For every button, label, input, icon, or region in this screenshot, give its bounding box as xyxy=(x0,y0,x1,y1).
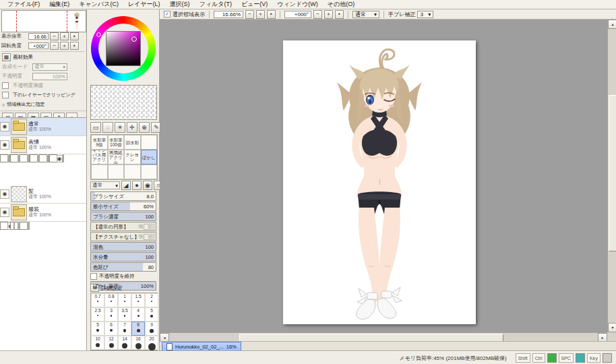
brush-tip-soft-button[interactable]: ● xyxy=(132,181,142,190)
layer-row[interactable]: ◉ 服装 通常 100% xyxy=(0,204,86,222)
scroll-up-icon[interactable]: ▴ xyxy=(608,20,616,29)
brush-size-preset[interactable]: 8 xyxy=(131,322,145,336)
selection-source-row[interactable]: ○ 領域検出元に指定 xyxy=(0,100,86,109)
visibility-toggle[interactable]: ◉ xyxy=(0,140,9,150)
drawing-canvas[interactable] xyxy=(283,40,476,324)
magic-wand-tool[interactable]: ✳ xyxy=(115,122,125,133)
preserve-opacity-row[interactable]: 不透明度保護 xyxy=(0,81,86,90)
menu-edit[interactable]: 編集(E) xyxy=(44,0,74,9)
nav-angle-reset-button[interactable]: ▪ xyxy=(70,42,79,50)
brush-size-slider[interactable]: ブラシサイズ 8.0 xyxy=(90,191,156,201)
menu-filter[interactable]: フィルタ(T) xyxy=(195,0,237,9)
paper-effect-icon[interactable]: ▦ xyxy=(2,53,11,61)
layer-row[interactable]: ◉ ホットパンツ 通常 100% xyxy=(0,222,8,230)
layer-row[interactable]: ◉ 髪 通常 100% xyxy=(0,185,86,204)
menu-view[interactable]: ビュー(V) xyxy=(237,0,272,9)
preserve-opacity-checkbox[interactable] xyxy=(2,82,9,89)
brush-size-preset[interactable]: 3.5 xyxy=(118,307,131,322)
canvas-angle-value[interactable]: +000° xyxy=(284,11,311,18)
lasso-tool[interactable]: ◌ xyxy=(102,122,113,133)
layer-blend-select[interactable]: 通常 ▾ xyxy=(32,63,67,71)
brush-size-preset[interactable]: 5 xyxy=(91,322,104,336)
canvas-rotate-cw-button[interactable]: ＋ xyxy=(324,10,333,19)
navigator-zoom-value[interactable]: 16.66 xyxy=(28,33,49,40)
brush-size-preset[interactable]: 10 xyxy=(91,336,104,350)
menu-file[interactable]: ファイル(F) xyxy=(3,0,44,9)
brush-cell[interactable]: 画用紙 アクリル xyxy=(108,150,125,164)
layer-row[interactable]: 照れ 通常 100% xyxy=(10,154,18,162)
horizontal-scroll-thumb[interactable] xyxy=(239,334,503,341)
brush-size-preset[interactable]: 7 xyxy=(118,322,131,336)
layer-opacity-slider[interactable]: 100% xyxy=(32,73,67,80)
brush-cell[interactable] xyxy=(108,164,125,179)
nav-rotate-ccw-button[interactable]: − xyxy=(50,42,59,50)
brush-density-slider[interactable]: ブラシ濃度 100 xyxy=(90,212,156,221)
color-blend-slider[interactable]: 混色 100 xyxy=(90,242,156,251)
min-size-slider[interactable]: 最小サイズ 60% xyxy=(90,202,156,211)
zoom-tool[interactable]: ⊕ xyxy=(139,122,150,133)
canvas-zoom-out-button[interactable]: − xyxy=(245,10,254,19)
brush-tip-round-button[interactable]: ◉ xyxy=(143,181,152,190)
brush-size-preset[interactable]: 3 xyxy=(104,307,118,322)
layer-row[interactable]: ◉ 通常 通常 100% xyxy=(0,118,86,136)
canvas-angle-reset-button[interactable]: ▪ xyxy=(335,10,344,19)
layer-row[interactable]: ◉ 表情 通常 100% xyxy=(0,136,86,154)
brush-size-preset[interactable]: 5 xyxy=(145,307,158,322)
navigator-preview[interactable] xyxy=(1,10,86,32)
visibility-toggle[interactable]: ◉ xyxy=(57,155,63,162)
brush-size-preset[interactable]: 1 xyxy=(118,293,131,307)
brush-cell[interactable]: 水彩筆 9個 xyxy=(91,135,108,150)
vertical-scrollbar[interactable]: ▴ ▾ xyxy=(607,20,616,332)
menu-canvas[interactable]: キャンバス(C) xyxy=(74,0,123,9)
brush-cell[interactable] xyxy=(141,164,158,179)
canvas-area[interactable]: ▴ ▾ ◂ ▸ xyxy=(160,20,616,341)
keep-opacity-row[interactable]: 不透明度を維持 xyxy=(90,272,156,280)
layer-row[interactable]: 涙目 通常 100% xyxy=(0,154,8,162)
brush-cell[interactable]: クレヨン xyxy=(124,150,141,164)
selection-display-toggle[interactable]: ✓ 選択領域表示 xyxy=(164,11,205,18)
menu-layer[interactable]: レイヤー(L) xyxy=(123,0,165,9)
document-tab[interactable]: Hurunukko_02_02_... 16% xyxy=(162,342,241,352)
layer-row[interactable]: 表情1 通常 100% xyxy=(30,154,38,162)
move-tool[interactable]: ✛ xyxy=(127,122,137,133)
scroll-down-icon[interactable]: ▾ xyxy=(608,323,616,332)
brush-tip-hard-button[interactable]: ◢ xyxy=(121,181,131,190)
color-wheel[interactable] xyxy=(91,16,156,81)
nav-zoom-out-button[interactable]: − xyxy=(50,32,59,40)
canvas-rotate-ccw-button[interactable]: − xyxy=(313,10,322,19)
layer-row[interactable]: 水着 通常 100% xyxy=(20,222,28,230)
nav-zoom-in-button[interactable]: ＋ xyxy=(60,32,69,40)
keep-opacity-checkbox[interactable] xyxy=(90,273,97,280)
swatch-palette[interactable] xyxy=(90,85,157,120)
scroll-right-icon[interactable]: ▸ xyxy=(598,333,607,341)
brush-cell[interactable]: キャンバス用 アクリル xyxy=(91,150,108,164)
clipping-checkbox[interactable] xyxy=(2,92,9,98)
layer-row[interactable]: 表情2 通常 100% xyxy=(20,154,28,162)
brush-size-preset[interactable]: 2.5 xyxy=(91,307,104,322)
paint-mode-select[interactable]: 通常 ▾ xyxy=(352,11,379,18)
horizontal-scrollbar[interactable]: ◂ ▸ xyxy=(160,332,607,341)
menu-others[interactable]: その他(O) xyxy=(323,0,359,9)
brush-size-preset[interactable]: 4 xyxy=(131,307,145,322)
brush-cell[interactable]: 旧水彩 xyxy=(124,135,141,150)
brush-shape-select[interactable]: 【通常の円形】 強 50 xyxy=(90,222,156,231)
visibility-toggle[interactable]: ◉ xyxy=(0,122,9,131)
brush-cell[interactable] xyxy=(91,164,108,179)
brush-size-preset[interactable]: 9 xyxy=(145,322,158,336)
layer-row[interactable]: ◉ ウィンク1 通常 100% xyxy=(49,154,57,162)
brush-cell[interactable]: 水彩筆 100個 xyxy=(108,135,125,150)
brush-size-preset[interactable]: 12 xyxy=(104,336,118,350)
visibility-toggle[interactable]: ◉ xyxy=(0,208,9,217)
brush-size-preset[interactable]: 0.8 xyxy=(104,293,118,307)
brush-size-preset[interactable]: 1.5 xyxy=(131,293,145,307)
vertical-scroll-thumb[interactable] xyxy=(609,95,616,251)
navigator-angle-value[interactable]: +000° xyxy=(28,42,49,49)
canvas-zoom-in-button[interactable]: ＋ xyxy=(256,10,265,19)
brush-blend-select[interactable]: 通常 ▾ xyxy=(90,181,120,189)
menu-selection[interactable]: 選択(S) xyxy=(165,0,195,9)
canvas-zoom-reset-button[interactable]: ▪ xyxy=(267,10,276,19)
visibility-toggle[interactable]: ◉ xyxy=(0,189,9,199)
stabilizer-select[interactable]: 3 ▾ xyxy=(417,11,433,18)
brush-size-preset[interactable]: 0.7 xyxy=(91,293,104,307)
brush-size-preset[interactable]: 2 xyxy=(145,293,158,307)
